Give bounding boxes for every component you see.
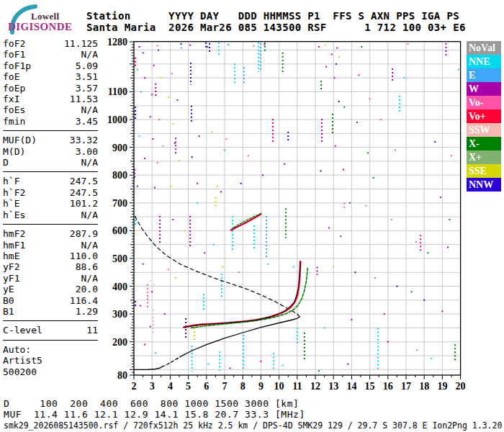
echo-dot [137, 186, 138, 187]
echo-dot [284, 163, 285, 165]
x-axis-label: 3 [150, 381, 155, 392]
echo-dot [154, 187, 156, 189]
echo-dot [367, 152, 369, 153]
echo-dot [396, 286, 397, 287]
echo-dot [140, 305, 141, 307]
echo-dot [336, 48, 338, 49]
x-axis-label: 11 [292, 381, 302, 392]
echo-dot [431, 358, 432, 359]
y-axis-label: 900 [112, 143, 127, 153]
y-axis-label: 200 [112, 337, 127, 348]
echo-dot [176, 99, 178, 101]
x-axis-label: 5 [186, 381, 191, 392]
echo-dot [324, 327, 325, 328]
echo-dot [207, 46, 208, 48]
echo-dot [211, 131, 212, 132]
x-axis-label: 12 [310, 381, 320, 392]
echo-dot [335, 145, 336, 147]
echo-dot [162, 145, 163, 147]
echo-dot [181, 48, 182, 49]
echo-dot [153, 65, 155, 66]
echo-dot [152, 138, 153, 140]
echo-dot [264, 44, 265, 45]
echo-dot [449, 219, 450, 220]
echo-dot [366, 205, 367, 207]
echo-dot [447, 247, 449, 248]
echo-dot [340, 235, 341, 237]
echo-dot [361, 46, 362, 48]
echo-dot [349, 202, 351, 204]
y-axis-label: 300 [112, 309, 127, 320]
echo-dot [354, 271, 356, 273]
echo-dot [253, 45, 254, 47]
echo-dot [158, 50, 159, 51]
echo-dot [179, 160, 180, 161]
echo-dot [318, 370, 320, 372]
echo-dot [217, 186, 218, 187]
echo-dot [267, 264, 269, 265]
echo-dot [395, 150, 396, 151]
echo-dot [222, 266, 223, 268]
x-axis-label: 9 [258, 381, 264, 392]
echo-dot [374, 277, 376, 279]
echo-dot [240, 183, 242, 184]
echo-dot [168, 269, 169, 270]
echo-dot [403, 77, 405, 78]
echo-dot [333, 77, 335, 78]
echo-dot [224, 150, 225, 151]
y-axis-label: 1280 [107, 37, 127, 48]
echo-dot [168, 96, 169, 98]
echo-dot [207, 364, 209, 365]
echo-dot [343, 169, 344, 171]
echo-dot [150, 325, 151, 327]
echo-dot [325, 45, 326, 46]
echo-dot [320, 170, 322, 171]
y-axis-label: 800 [112, 170, 127, 181]
echo-dot [175, 277, 176, 279]
echo-dot [248, 155, 249, 156]
y-axis-label: 400 [112, 282, 127, 292]
echo-dot [184, 230, 186, 231]
x-axis-label: 7 [222, 381, 228, 392]
echo-dot [293, 266, 294, 268]
echo-dot [157, 162, 158, 163]
echo-dot [213, 244, 215, 246]
echo-dot [143, 264, 144, 265]
echo-dot [356, 122, 358, 123]
echo-dot [172, 123, 174, 125]
echo-dot [151, 291, 153, 292]
echo-dot [171, 73, 173, 74]
echo-dot [358, 74, 359, 76]
echo-dot [192, 156, 193, 158]
echo-dot [451, 155, 452, 156]
echo-dot [318, 46, 320, 48]
echo-dot [144, 77, 145, 78]
echo-dot [158, 119, 160, 120]
echo-dot [204, 252, 205, 253]
echo-dot [169, 330, 171, 331]
echo-dot [384, 313, 385, 315]
echo-dot [260, 361, 261, 362]
echo-dot [197, 202, 198, 204]
echo-dot [238, 271, 240, 273]
echo-dot [325, 66, 327, 68]
x-axis-label: 13 [328, 381, 338, 392]
echo-dot [139, 135, 140, 137]
echo-dot [415, 241, 417, 243]
echo-dot [423, 300, 425, 301]
echo-dot [199, 135, 200, 137]
echo-dot [328, 228, 330, 229]
x-axis-label: 10 [274, 381, 284, 392]
echo-dot [408, 43, 409, 45]
echo-dot [137, 69, 138, 71]
y-axis-label: 700 [112, 198, 127, 209]
profile-E-solid-curve [134, 366, 162, 369]
echo-dot [172, 219, 174, 220]
echo-dot [387, 341, 389, 343]
y-axis-label: 600 [112, 225, 127, 236]
x-axis-label: 16 [383, 381, 393, 392]
echo-dot [143, 52, 144, 53]
echo-dot [153, 284, 155, 286]
echo-dot [228, 44, 229, 45]
x-axis-label: 18 [419, 381, 429, 392]
